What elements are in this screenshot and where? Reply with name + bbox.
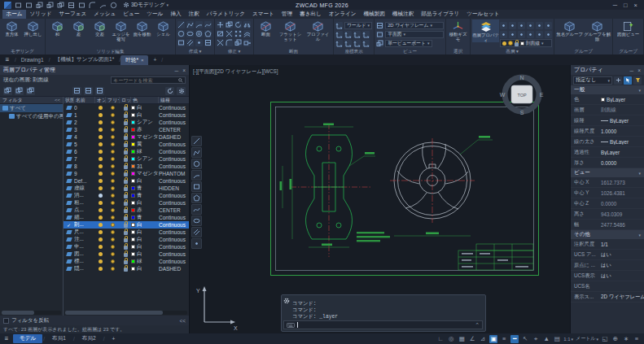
layer-freeze-toggle[interactable] [106, 201, 120, 206]
layer-row-8[interactable]: 831Continuous [64, 163, 189, 170]
layer-freeze-toggle[interactable] [106, 150, 120, 155]
layer-freeze-toggle[interactable] [106, 120, 120, 125]
layer-linetype-cell[interactable]: Continuous [159, 163, 189, 169]
view-dropdown-1[interactable]: 平面図▾ [385, 31, 444, 38]
layer-row-[interactable]: 尺...白Continuous [64, 229, 189, 236]
menu-tab-5[interactable]: ツール [143, 10, 167, 19]
draw-tool-hatch[interactable] [191, 227, 202, 237]
property-row-2-5[interactable]: 表示ス...2D ワイヤフレーム [571, 292, 644, 303]
layer-freeze-toggle[interactable] [106, 223, 120, 228]
layer-color-cell[interactable]: シアン [131, 119, 159, 126]
column-header-3[interactable]: フリーズ [106, 97, 120, 103]
tool-layer-prev[interactable] [527, 31, 534, 38]
layer-freeze-toggle[interactable] [106, 230, 120, 235]
layer-color-cell[interactable]: 白 [131, 221, 159, 229]
tool-rect[interactable] [177, 39, 185, 46]
layer-row-[interactable]: 消...青Continuous [64, 192, 189, 199]
layer-color-cell[interactable]: 白 [131, 177, 159, 185]
layer-row-Def[interactable]: Def...白Continuous [64, 177, 189, 185]
settings-gear-button[interactable] [177, 87, 186, 95]
tool-stretch[interactable] [243, 39, 251, 46]
layout-tab-0[interactable]: モデル [13, 334, 42, 343]
layer-freeze-toggle[interactable] [106, 106, 120, 111]
draw-tool-ellipse[interactable] [191, 216, 202, 226]
new-doc-tab-button[interactable]: + [148, 54, 161, 65]
tool-fillet[interactable] [226, 39, 233, 46]
layer-color-cell[interactable]: 白 [131, 250, 159, 258]
toggle-pickadd-button[interactable] [614, 76, 622, 85]
menu-tab-6[interactable]: 挿入 [167, 10, 185, 19]
tool-ucs[interactable] [335, 22, 343, 29]
property-row-2-3[interactable]: UCS表示はい [571, 271, 644, 281]
annotation-scale-dropdown[interactable]: 1:1▾ [563, 337, 573, 342]
snap-mode-toggle[interactable]: ◎ [447, 335, 455, 343]
layer-freeze-toggle[interactable] [106, 179, 120, 184]
layer-lock-toggle[interactable] [120, 251, 131, 257]
layer-on-toggle[interactable] [95, 267, 106, 271]
layer-freeze-toggle[interactable] [106, 142, 120, 147]
layer-freeze-toggle[interactable] [106, 267, 120, 272]
tool-explode[interactable] [226, 30, 233, 37]
layer-on-toggle[interactable] [95, 179, 106, 183]
object-snap-toggle[interactable]: ▣ [489, 335, 497, 343]
menu-tab-0[interactable]: ホーム [2, 10, 26, 19]
layer-on-toggle[interactable] [95, 157, 106, 161]
layer-linetype-cell[interactable]: Continuous [159, 222, 189, 228]
menu-tab-9[interactable]: スマート [249, 10, 278, 19]
layer-states-button[interactable] [72, 87, 81, 95]
menu-tab-4[interactable]: ビュー [120, 10, 143, 19]
drawing-area[interactable]: [-][平面図][2D ワイヤフレーム][WCS] [190, 65, 570, 333]
viewcube-south[interactable]: S [520, 110, 524, 115]
layer-color-cell[interactable]: 白 [131, 104, 159, 111]
menu-tab-14[interactable]: 機械注釈 [388, 10, 417, 19]
tool-ucs-view[interactable] [344, 40, 352, 47]
layer-linetype-cell[interactable]: DASHED [159, 266, 189, 272]
layer-lock-toggle[interactable] [120, 156, 131, 162]
ribbon-button-flatshot[interactable]: フラットショット [277, 20, 304, 41]
tool-circle[interactable] [177, 30, 185, 37]
layer-lock-toggle[interactable] [120, 105, 131, 111]
viewcube-north[interactable]: N [519, 75, 524, 81]
ribbon-button-ungroup[interactable]: グループを解除 [584, 20, 611, 41]
tool-hatch[interactable] [186, 39, 194, 46]
tool-array[interactable] [234, 30, 242, 37]
minimize-button[interactable]: ─ [613, 2, 617, 9]
unit-dropdown[interactable]: メートル▾ [576, 335, 598, 342]
tool-point[interactable] [195, 39, 203, 46]
property-row-0-2[interactable]: 線種ByLayer [571, 115, 644, 126]
layer-color-cell[interactable]: 白 [131, 111, 159, 119]
layer-linetype-cell[interactable]: Continuous [159, 200, 189, 206]
layer-on-toggle[interactable] [95, 201, 106, 205]
menu-tab-11[interactable]: 書き出し [296, 10, 326, 19]
layer-lock-toggle[interactable] [120, 149, 131, 155]
menu-tab-10[interactable]: 管理 [278, 10, 296, 19]
tool-layer-freeze[interactable] [518, 22, 525, 29]
property-row-2-2[interactable]: 原点に ...はい [571, 260, 644, 271]
menu-tab-15[interactable]: 部品ライブラリ [418, 10, 463, 19]
tool-rotate[interactable] [234, 21, 242, 28]
annotation-scale-toggle[interactable]: ▲ [542, 335, 550, 343]
layer-on-toggle[interactable] [95, 223, 106, 227]
object-snap-tracking-toggle[interactable]: ≡ [500, 335, 508, 343]
menu-tab-7[interactable]: 注釈 [185, 10, 203, 19]
layer-on-toggle[interactable] [95, 113, 106, 117]
layer-linetype-cell[interactable]: Continuous [159, 215, 189, 220]
layer-lock-toggle[interactable] [120, 207, 131, 213]
layer-on-toggle[interactable] [95, 142, 106, 146]
layer-search-box[interactable] [111, 76, 186, 84]
selection-cycling-toggle[interactable]: ↖ [521, 335, 529, 343]
tool-move[interactable] [217, 21, 224, 28]
ribbon-button-union[interactable]: 和 [47, 20, 68, 37]
quick-properties-toggle[interactable]: ▤ [553, 335, 561, 343]
ribbon-button-profile[interactable]: プロファイル [304, 20, 331, 41]
layer-row-[interactable]: 細...青Continuous [64, 214, 189, 221]
layer-linetype-cell[interactable]: CENTER [159, 127, 189, 133]
layer-lock-toggle[interactable] [120, 120, 131, 125]
layer-row-9[interactable]: 9マゼンタPHANTOM [64, 170, 189, 177]
layer-row-[interactable]: 隠...白DASHED [64, 265, 189, 272]
layer-on-toggle[interactable] [95, 106, 106, 110]
layer-row-[interactable]: 虚線青HIDDEN [64, 185, 189, 192]
layer-lock-toggle[interactable] [120, 200, 131, 206]
layer-linetype-cell[interactable]: Continuous [159, 120, 189, 125]
doc-tab-2[interactable]: 叶轮*× [120, 55, 148, 65]
